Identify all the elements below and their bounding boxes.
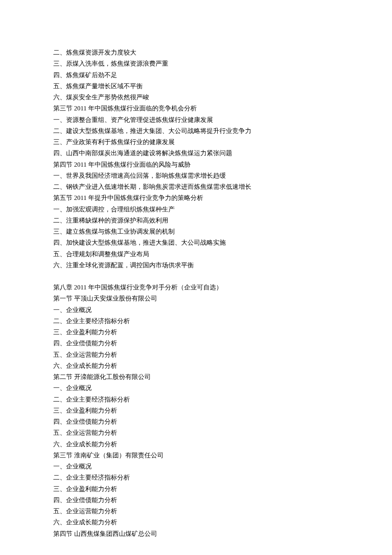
document-body: 二、炼焦煤资源开发力度较大三、原煤入洗率低，炼焦煤资源浪费严重四、炼焦煤矿后劲不… (53, 47, 339, 539)
toc-line: 第五节 2011 年提升中国炼焦煤行业竞争力的策略分析 (53, 192, 339, 203)
toc-line: 五、炼焦煤产量增长区域不平衡 (53, 81, 339, 92)
toc-line: 三、产业政策有利于炼焦煤行业的健康发展 (53, 136, 339, 147)
toc-line: 四、炼焦煤矿后劲不足 (53, 69, 339, 81)
toc-line: 二、钢铁产业进入低速增长期，影响焦炭需求进而炼焦煤需求低速增长 (53, 181, 339, 192)
toc-line: 二、注重稀缺煤种的资源保护和高效利用 (53, 215, 339, 226)
toc-line: 第三节 2011 年中国炼焦煤行业面临的竞争机会分析 (53, 103, 339, 114)
toc-line: 二、企业主要经济指标分析 (53, 472, 339, 483)
blank-line (53, 271, 339, 282)
toc-line: 四、山西中南部煤炭出海通道的建设将解决炼焦煤运力紧张问题 (53, 147, 339, 159)
toc-line: 四、企业偿债能力分析 (53, 494, 339, 506)
toc-line: 第四节 山西焦煤集团西山煤矿总公司 (53, 528, 339, 539)
toc-line: 五、企业运营能力分析 (53, 349, 339, 360)
toc-line: 第二节 开滦能源化工股份有限公司 (53, 371, 339, 382)
toc-line: 四、加快建设大型炼焦煤基地，推进大集团、大公司战略实施 (53, 237, 339, 248)
toc-line: 五、合理规划和调整焦煤产业布局 (53, 249, 339, 260)
toc-line: 五、企业运营能力分析 (53, 506, 339, 517)
toc-line: 六、企业成长能力分析 (53, 517, 339, 528)
toc-line: 六、注重全球化资源配置，调控国内市场供求平衡 (53, 260, 339, 271)
toc-line: 六、煤炭安全生产形势依然很严峻 (53, 92, 339, 103)
toc-line: 六、企业成长能力分析 (53, 439, 339, 450)
toc-line: 一、世界及我国经济增速高位回落，影响炼焦煤需求增长趋缓 (53, 170, 339, 181)
toc-line: 一、企业概况 (53, 304, 339, 315)
toc-line: 二、炼焦煤资源开发力度较大 (53, 47, 339, 58)
toc-line: 三、原煤入洗率低，炼焦煤资源浪费严重 (53, 58, 339, 69)
toc-line: 六、企业成长能力分析 (53, 360, 339, 371)
toc-line: 一、加强宏观调控，合理组织炼焦煤种生产 (53, 204, 339, 215)
toc-line: 一、企业概况 (53, 382, 339, 393)
toc-line: 四、企业偿债能力分析 (53, 338, 339, 349)
toc-line: 三、企业盈利能力分析 (53, 483, 339, 494)
toc-line: 第一节 平顶山天安煤业股份有限公司 (53, 293, 339, 304)
toc-line: 一、资源整合重组、资产化管理促进炼焦煤行业健康发展 (53, 114, 339, 125)
toc-line: 三、企业盈利能力分析 (53, 405, 339, 416)
toc-line: 三、企业盈利能力分析 (53, 327, 339, 338)
toc-line: 三、建立炼焦煤与炼焦工业协调发展的机制 (53, 226, 339, 237)
toc-line: 二、建设大型炼焦煤基地，推进大集团、大公司战略将提升行业竞争力 (53, 125, 339, 136)
toc-line: 二、企业主要经济指标分析 (53, 394, 339, 405)
toc-line: 四、企业偿债能力分析 (53, 416, 339, 427)
toc-line: 第八章 2011 年中国炼焦煤行业竞争对手分析（企业可自选） (53, 282, 339, 293)
toc-line: 二、企业主要经济指标分析 (53, 315, 339, 327)
toc-line: 第三节 淮南矿业（集团）有限责任公司 (53, 450, 339, 461)
toc-line: 一、企业概况 (53, 461, 339, 472)
toc-line: 第四节 2011 年中国炼焦煤行业面临的风险与威胁 (53, 159, 339, 170)
toc-line: 五、企业运营能力分析 (53, 427, 339, 438)
